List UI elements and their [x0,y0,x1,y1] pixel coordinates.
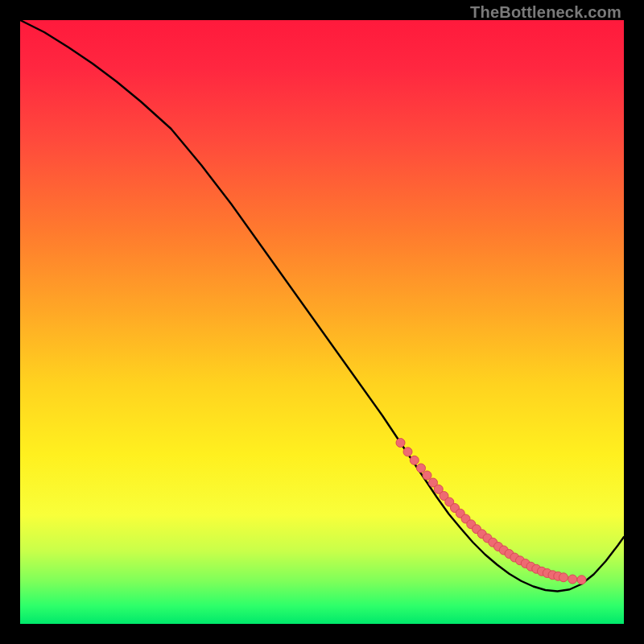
marker-dot [423,471,431,480]
plot-area [20,20,624,624]
chart-frame: TheBottleneck.com [0,0,644,644]
marker-group [396,439,586,584]
marker-dot [417,464,426,473]
curve-layer [20,20,624,624]
marker-dot [403,448,412,456]
marker-dot [577,576,586,584]
marker-dot [410,456,419,464]
marker-dot [396,439,405,448]
bottleneck-curve [20,20,624,592]
marker-dot [559,573,568,582]
marker-dot [568,575,577,584]
attribution-text: TheBottleneck.com [470,3,621,22]
